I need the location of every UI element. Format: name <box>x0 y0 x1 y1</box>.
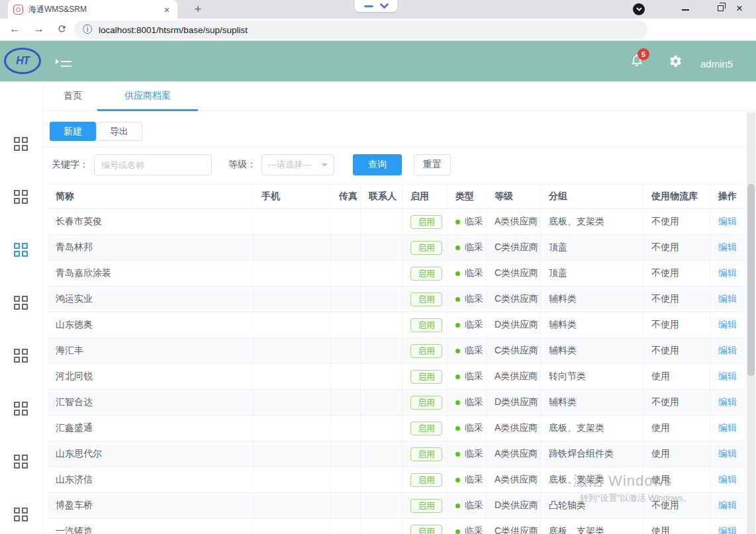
grid-menu-icon[interactable] <box>14 190 29 205</box>
enabled-badge: 启用 <box>410 267 442 281</box>
floating-widget[interactable] <box>355 0 397 12</box>
mobile-cell <box>254 209 331 234</box>
keyword-input[interactable] <box>94 154 212 175</box>
search-button[interactable]: 查询 <box>353 154 402 175</box>
enabled-cell: 启用 <box>402 261 448 286</box>
action-cell: 编辑 <box>710 493 745 518</box>
grade-cell: C类供应商 <box>487 261 541 286</box>
window-minimize-icon[interactable] <box>682 9 689 11</box>
window-close-icon[interactable]: × <box>736 2 743 15</box>
edit-link[interactable]: 编辑 <box>718 474 737 486</box>
tab-supplier-archive[interactable]: 供应商档案 <box>97 81 198 111</box>
mobile-cell <box>254 261 331 286</box>
grid-menu-icon[interactable] <box>14 296 29 311</box>
group-cell: 底板、支架类 <box>541 467 643 492</box>
group-cell: 辅料类 <box>541 287 643 312</box>
type-cell: 临采 <box>448 235 487 260</box>
edit-link[interactable]: 编辑 <box>718 525 737 534</box>
supplier-table: 简称手机传真联系人启用类型等级分组使用物流库操作 长春市英俊启用临采A类供应商底… <box>48 184 745 534</box>
contact-cell <box>361 493 402 518</box>
edit-link[interactable]: 编辑 <box>718 371 737 382</box>
new-tab-button[interactable]: + <box>191 2 205 17</box>
enabled-cell: 启用 <box>402 467 448 492</box>
logistics-cell: 不使用 <box>643 287 710 312</box>
tab-close-icon[interactable]: × <box>162 4 172 15</box>
supplier-name-cell: 鸿运实业 <box>48 287 254 312</box>
table-row: 一汽铸造启用临采C类供应商底板、支架类使用编辑 <box>48 519 745 534</box>
grade-select[interactable]: ---请选择--- <box>261 154 334 175</box>
browser-tab[interactable]: 海通WMS&SRM × <box>8 0 177 19</box>
table-row: 河北同锐启用临采A类供应商转向节类使用编辑 <box>48 364 745 390</box>
grade-cell: C类供应商 <box>487 338 541 363</box>
grade-cell: A类供应商 <box>487 364 541 389</box>
grid-menu-icon[interactable] <box>14 137 29 152</box>
edit-link[interactable]: 编辑 <box>718 422 737 434</box>
table-row: 鸿运实业启用临采C类供应商辅料类不使用编辑 <box>48 287 745 312</box>
edit-link[interactable]: 编辑 <box>718 319 737 331</box>
grade-cell: A类供应商 <box>487 209 541 234</box>
settings-gear-icon[interactable] <box>669 54 683 68</box>
action-cell: 编辑 <box>710 235 745 260</box>
grade-cell: C类供应商 <box>487 287 541 312</box>
edit-link[interactable]: 编辑 <box>718 267 737 279</box>
left-sidebar <box>0 81 43 534</box>
widget-minimize-icon[interactable] <box>364 5 373 7</box>
reset-button[interactable]: 重置 <box>414 154 451 175</box>
group-cell: 底板、支架类 <box>541 416 643 441</box>
url-bar[interactable]: ⓘ localhost:8001/htsrm/base/sup/suplist <box>74 21 647 39</box>
table-row: 山东德奥启用临采D类供应商辅料类不使用编辑 <box>48 312 745 338</box>
supplier-name-cell: 青岛嘉欣涂装 <box>48 261 254 286</box>
table-row: 海汇丰启用临采C类供应商辅料类不使用编辑 <box>48 338 745 364</box>
sidebar-collapse-icon[interactable] <box>56 56 71 67</box>
back-icon[interactable]: ← <box>9 22 21 36</box>
group-cell: 底板、支架类 <box>541 209 643 234</box>
contact-cell <box>361 390 402 415</box>
widget-chevron-down-icon[interactable] <box>380 3 389 9</box>
column-header: 启用 <box>402 185 448 208</box>
logistics-cell: 使用 <box>643 364 710 389</box>
logistics-cell: 不使用 <box>643 261 710 286</box>
type-cell: 临采 <box>448 209 487 234</box>
edit-link[interactable]: 编辑 <box>718 242 737 253</box>
logistics-cell: 使用 <box>643 467 710 492</box>
page-info-icon[interactable]: ⓘ <box>83 24 92 36</box>
table-row: 汇智合达启用临采D类供应商辅料类不使用编辑 <box>48 390 745 416</box>
contact-cell <box>361 441 402 467</box>
grid-menu-icon[interactable] <box>14 349 29 364</box>
enabled-badge: 启用 <box>410 370 442 384</box>
forward-icon[interactable]: → <box>33 22 44 36</box>
edit-link[interactable]: 编辑 <box>718 448 737 460</box>
supplier-name-cell: 山东德奥 <box>48 312 254 337</box>
enabled-badge: 启用 <box>410 318 442 332</box>
edit-link[interactable]: 编辑 <box>718 345 737 357</box>
status-dot-icon <box>455 245 460 250</box>
new-button[interactable]: 新建 <box>50 122 96 141</box>
tab-home[interactable]: 首页 <box>48 81 97 111</box>
logistics-cell: 不使用 <box>643 390 710 415</box>
edit-link[interactable]: 编辑 <box>718 396 737 408</box>
fax-cell <box>331 493 361 518</box>
logistics-cell: 不使用 <box>643 338 710 363</box>
table-body: 长春市英俊启用临采A类供应商底板、支架类不使用编辑青岛林邦启用临采C类供应商顶盖… <box>48 209 745 534</box>
window-restore-icon[interactable] <box>718 5 724 11</box>
edit-link[interactable]: 编辑 <box>718 293 737 305</box>
username-label[interactable]: admin5 <box>700 58 733 69</box>
grid-menu-icon[interactable] <box>14 243 29 258</box>
enabled-cell: 启用 <box>402 338 448 363</box>
status-dot-icon <box>455 349 460 353</box>
site-favicon-icon <box>13 5 23 15</box>
grid-menu-icon[interactable] <box>14 402 29 417</box>
scrollbar-track[interactable] <box>747 112 755 534</box>
export-button[interactable]: 导出 <box>96 122 142 141</box>
edit-link[interactable]: 编辑 <box>718 216 737 228</box>
scrollbar-thumb[interactable] <box>747 184 755 376</box>
grid-menu-icon[interactable] <box>14 455 29 470</box>
edit-link[interactable]: 编辑 <box>718 500 737 512</box>
reload-icon[interactable] <box>57 24 67 34</box>
grid-menu-icon[interactable] <box>14 508 29 523</box>
status-dot-icon <box>455 323 460 328</box>
type-cell: 临采 <box>448 312 487 337</box>
media-controls-icon[interactable] <box>633 3 645 15</box>
page-tab-bar: 首页 供应商档案 <box>43 81 756 111</box>
action-cell: 编辑 <box>710 519 745 534</box>
